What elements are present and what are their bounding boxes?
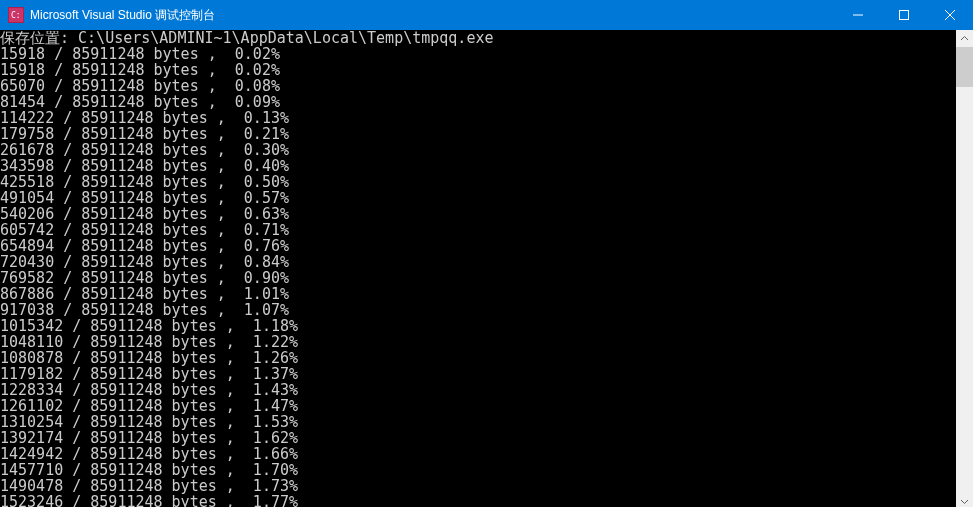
scroll-track[interactable] bbox=[956, 47, 973, 493]
app-icon: C:\ bbox=[8, 7, 24, 23]
vertical-scrollbar[interactable] bbox=[956, 30, 973, 507]
minimize-icon bbox=[853, 10, 863, 20]
debug-console-window: C:\ Microsoft Visual Studio 调试控制台 保存位置: … bbox=[0, 0, 973, 507]
close-icon bbox=[945, 10, 955, 20]
client-area: 保存位置: C:\Users\ADMINI~1\AppData\Local\Te… bbox=[0, 30, 973, 507]
scroll-down-button[interactable] bbox=[956, 493, 973, 507]
arrow-up-icon bbox=[961, 35, 968, 42]
arrow-down-icon bbox=[961, 498, 968, 505]
minimize-button[interactable] bbox=[835, 0, 881, 30]
maximize-icon bbox=[899, 10, 909, 20]
svg-text:C:\: C:\ bbox=[11, 11, 21, 20]
console-output[interactable]: 保存位置: C:\Users\ADMINI~1\AppData\Local\Te… bbox=[0, 30, 956, 507]
svg-rect-2 bbox=[900, 11, 909, 20]
titlebar[interactable]: C:\ Microsoft Visual Studio 调试控制台 bbox=[0, 0, 973, 30]
maximize-button[interactable] bbox=[881, 0, 927, 30]
scroll-up-button[interactable] bbox=[956, 30, 973, 47]
window-title: Microsoft Visual Studio 调试控制台 bbox=[30, 0, 215, 30]
scroll-thumb[interactable] bbox=[956, 47, 973, 87]
close-button[interactable] bbox=[927, 0, 973, 30]
